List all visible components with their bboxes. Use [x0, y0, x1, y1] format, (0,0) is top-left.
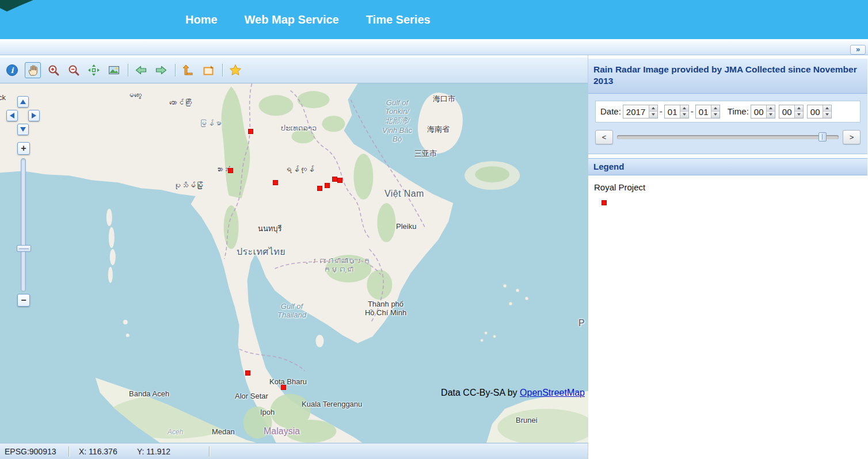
- cursor-x-coordinate: X: 116.376: [70, 447, 137, 456]
- favorites-button[interactable]: [228, 63, 243, 78]
- arrow-left-icon: [10, 113, 14, 118]
- month-value[interactable]: 01: [665, 105, 680, 118]
- map-marker[interactable]: [317, 186, 322, 191]
- spinner-up-button[interactable]: [795, 105, 803, 112]
- spinner-up-button[interactable]: [711, 105, 719, 112]
- previous-extent-button[interactable]: [134, 63, 149, 78]
- triangle-down-icon: [769, 113, 772, 116]
- time-slider-track[interactable]: [617, 135, 839, 139]
- legend-header: Legend: [588, 158, 867, 175]
- pan-left-button[interactable]: [6, 110, 18, 121]
- map-marker[interactable]: [281, 385, 286, 390]
- triangle-up-icon: [652, 107, 655, 109]
- second-spinner[interactable]: 00: [807, 105, 832, 118]
- spinner-down-button[interactable]: [711, 112, 719, 118]
- nav-item-web-map-service[interactable]: Web Map Service: [245, 13, 339, 26]
- legend-body: Royal Project: [588, 175, 867, 459]
- map-marker[interactable]: [245, 370, 250, 376]
- zoom-in-button[interactable]: +: [17, 142, 30, 155]
- spinner-up-button[interactable]: [823, 105, 831, 112]
- toolbar-separator: [222, 64, 223, 76]
- spinner-down-button[interactable]: [680, 112, 688, 118]
- year-spinner[interactable]: 2017: [623, 105, 658, 118]
- zoom-out-icon: [67, 63, 81, 77]
- spinner-buttons: [680, 105, 688, 118]
- status-bar: EPSG:900913 X: 116.376 Y: 11.912: [0, 443, 588, 459]
- pan-tool-button[interactable]: [25, 62, 41, 78]
- slider-next-button[interactable]: >: [843, 130, 861, 144]
- map-canvas[interactable]: ckမကွေးတောင်ကြီးမြန်မာປະເທດລາວဘားအံရန်ကု…: [0, 83, 588, 443]
- triangle-up-icon: [825, 107, 829, 109]
- date-label: Date:: [600, 106, 621, 116]
- spinner-down-button[interactable]: [649, 112, 657, 118]
- info-icon: i: [5, 63, 19, 77]
- datetime-fieldset: Date: 2017 - 01: [595, 101, 861, 123]
- query-box-icon: [201, 63, 215, 77]
- side-panel: Rain Radar Image provided by JMA Collect…: [588, 55, 867, 459]
- zoom-out-tool-button[interactable]: [66, 63, 81, 78]
- cursor-y-coordinate: Y: 11.912: [137, 447, 209, 456]
- query-point-icon: [181, 63, 195, 77]
- day-spinner[interactable]: 01: [695, 105, 720, 118]
- query-point-button[interactable]: [181, 63, 196, 78]
- spinner-down-button[interactable]: [795, 112, 803, 118]
- map-attribution: Data CC-By-SA by OpenStreetMap: [441, 388, 585, 398]
- minute-spinner[interactable]: 00: [779, 105, 804, 118]
- pan-right-button[interactable]: [28, 110, 40, 121]
- date-separator: -: [691, 106, 694, 116]
- spinner-buttons: [823, 105, 831, 118]
- spinner-down-button[interactable]: [767, 112, 775, 118]
- spinner-up-button[interactable]: [767, 105, 775, 112]
- statusbar-separator: [209, 446, 210, 457]
- slider-prev-button[interactable]: <: [595, 130, 613, 144]
- zoom-extent-button[interactable]: [86, 63, 101, 78]
- attribution-text: Data CC-By-SA by: [441, 388, 520, 397]
- zoom-slider-handle[interactable]: [17, 245, 31, 252]
- map-marker[interactable]: [325, 183, 330, 188]
- nav-item-time-series[interactable]: Time Series: [366, 13, 431, 26]
- spinner-down-button[interactable]: [823, 112, 831, 118]
- previous-extent-icon: [134, 63, 148, 77]
- legend-marker-swatch: [601, 200, 607, 205]
- toolbar-separator: [128, 64, 129, 76]
- map-marker[interactable]: [248, 129, 253, 134]
- layers-button[interactable]: [106, 63, 121, 78]
- zoom-extent-icon: [87, 63, 101, 77]
- pan-down-button[interactable]: [17, 124, 29, 135]
- nav-item-home[interactable]: Home: [185, 13, 218, 26]
- pan-up-button[interactable]: [17, 96, 29, 108]
- spinner-buttons: [711, 105, 719, 118]
- day-value[interactable]: 01: [696, 105, 711, 118]
- year-value[interactable]: 2017: [623, 105, 649, 118]
- map-marker[interactable]: [228, 168, 233, 173]
- triangle-up-icon: [683, 107, 686, 109]
- next-extent-button[interactable]: [154, 63, 169, 78]
- map-marker[interactable]: [332, 177, 337, 182]
- query-box-button[interactable]: [201, 63, 216, 78]
- hour-spinner[interactable]: 00: [751, 105, 775, 118]
- second-value[interactable]: 00: [808, 105, 823, 118]
- spinner-up-button[interactable]: [649, 105, 657, 112]
- panel-separator: [588, 154, 867, 158]
- hour-value[interactable]: 00: [751, 105, 766, 118]
- map-pane: i: [0, 55, 588, 459]
- zoom-in-tool-button[interactable]: [46, 63, 61, 78]
- time-slider-handle[interactable]: [818, 132, 827, 141]
- spinner-buttons: [794, 105, 803, 118]
- legend-item-label: Royal Project: [594, 182, 862, 192]
- info-button[interactable]: i: [5, 63, 20, 78]
- application-window: Home Web Map Service Time Series » i: [0, 0, 868, 459]
- minute-value[interactable]: 00: [779, 105, 794, 118]
- spinner-up-button[interactable]: [680, 105, 688, 112]
- month-spinner[interactable]: 01: [664, 105, 689, 118]
- expand-panel-button[interactable]: »: [850, 45, 866, 55]
- map-marker[interactable]: [337, 178, 342, 183]
- zoom-out-button[interactable]: −: [17, 294, 30, 307]
- map-marker[interactable]: [273, 180, 278, 185]
- zoom-slider-track[interactable]: [21, 158, 26, 292]
- map-toolbar: i: [0, 58, 588, 83]
- openstreetmap-link[interactable]: OpenStreetMap: [520, 388, 585, 397]
- spinner-buttons: [649, 105, 657, 118]
- triangle-down-icon: [652, 113, 655, 116]
- zoom-in-icon: [47, 63, 60, 77]
